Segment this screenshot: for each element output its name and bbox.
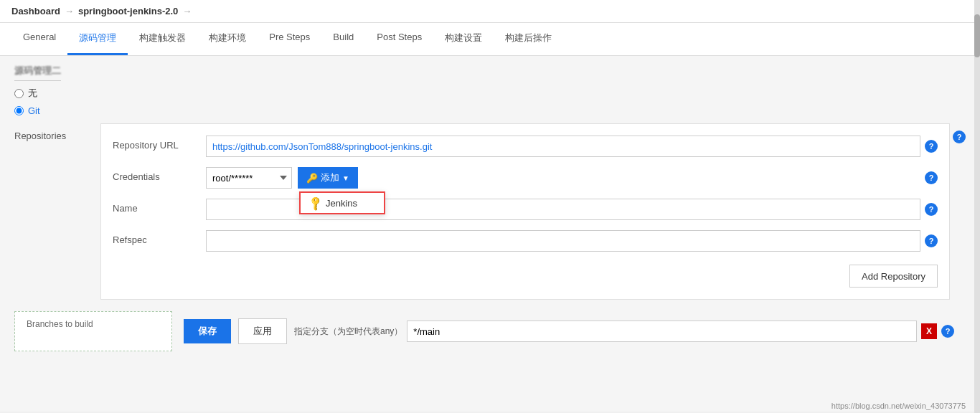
key-icon: 🔑 xyxy=(307,194,324,211)
save-button[interactable]: 保存 xyxy=(184,319,231,343)
jenkins-label: Jenkins xyxy=(326,198,357,209)
refspec-control xyxy=(206,230,920,252)
repositories-label: Repositories xyxy=(14,123,100,300)
corner-url: https://blog.csdn.net/weixin_43073775 xyxy=(831,402,966,410)
repo-content: Repository URL ? Credentials xyxy=(100,123,950,300)
tab-source[interactable]: 源码管理 xyxy=(67,23,128,55)
apply-button[interactable]: 应用 xyxy=(238,318,287,344)
credentials-help: ? xyxy=(920,167,938,184)
radio-none[interactable] xyxy=(14,89,24,98)
branch-label: 指定分支（为空时代表any） xyxy=(294,326,402,338)
refspec-help-icon[interactable]: ? xyxy=(925,234,938,247)
credentials-select[interactable]: root/****** xyxy=(206,167,292,189)
radio-group: 无 Git xyxy=(14,87,966,116)
outer-help-wrap: ? xyxy=(950,123,966,143)
name-help-icon[interactable]: ? xyxy=(925,203,938,216)
name-label: Name xyxy=(113,199,206,214)
repo-url-row: Repository URL ? xyxy=(113,136,938,157)
scrollbar[interactable] xyxy=(974,0,980,412)
add-btn-arrow-icon: ▼ xyxy=(342,174,349,182)
tabs-bar: General 源码管理 构建触发器 构建环境 Pre Steps Build … xyxy=(0,23,980,56)
breadcrumb-arrow1: → xyxy=(65,6,74,16)
tab-build[interactable]: Build xyxy=(321,23,365,55)
credentials-help-icon[interactable]: ? xyxy=(925,171,938,184)
tab-settings[interactable]: 构建设置 xyxy=(433,23,494,55)
repo-url-input[interactable] xyxy=(206,136,920,157)
credentials-control: root/****** 🔑 添加 ▼ 🔑 xyxy=(206,167,358,189)
breadcrumb-dashboard[interactable]: Dashboard xyxy=(11,6,60,16)
refspec-inner: Refspec xyxy=(113,230,920,252)
radio-git-item: Git xyxy=(14,105,966,116)
radio-git[interactable] xyxy=(14,106,24,115)
branch-remove-button[interactable]: X xyxy=(921,323,937,339)
repo-url-inner: Repository URL xyxy=(113,136,920,157)
repo-url-help: ? xyxy=(920,136,938,153)
add-repo-wrap: Add Repository xyxy=(113,262,938,288)
repo-url-help-icon[interactable]: ? xyxy=(925,140,938,153)
branch-input-wrap: 指定分支（为空时代表any） X ? xyxy=(294,321,954,342)
credentials-row: Credentials root/****** 🔑 添加 ▼ xyxy=(113,167,938,189)
repo-url-control xyxy=(206,136,920,157)
add-repository-button[interactable]: Add Repository xyxy=(849,265,938,288)
tab-env[interactable]: 构建环境 xyxy=(197,23,258,55)
branch-input[interactable] xyxy=(407,321,917,342)
add-icon: 🔑 xyxy=(306,173,318,184)
branches-section: Branches to build xyxy=(14,311,172,351)
tab-general[interactable]: General xyxy=(11,23,67,55)
repo-url-label: Repository URL xyxy=(113,136,206,151)
refspec-input[interactable] xyxy=(206,230,920,252)
name-row: Name ? xyxy=(113,199,938,220)
section-title-text: 源码管理二 xyxy=(14,65,61,76)
tab-postactions[interactable]: 构建后操作 xyxy=(494,23,563,55)
branches-title: Branches to build xyxy=(27,319,160,329)
breadcrumb: Dashboard → springboot-jenkins-2.0 → xyxy=(0,0,980,23)
name-inner: Name xyxy=(113,199,920,220)
refspec-help: ? xyxy=(920,230,938,247)
tab-poststeps[interactable]: Post Steps xyxy=(365,23,433,55)
credentials-dropdown: 🔑 Jenkins xyxy=(299,191,385,214)
credentials-inner: Credentials root/****** 🔑 添加 ▼ xyxy=(113,167,920,189)
repositories-outer: Repositories Repository URL ? xyxy=(14,123,966,311)
repositories-main: Repositories Repository URL ? xyxy=(14,123,950,311)
refspec-row: Refspec ? xyxy=(113,230,938,252)
radio-git-label: Git xyxy=(28,105,40,116)
section-title: 源码管理二 xyxy=(14,65,61,81)
scrollbar-thumb[interactable] xyxy=(974,14,980,57)
main-content: 源码管理二 无 Git Repositories Repository URL xyxy=(0,56,980,412)
add-btn-label: 添加 xyxy=(321,171,339,184)
outer-help-icon[interactable]: ? xyxy=(953,130,966,143)
bottom-actions: 保存 应用 指定分支（为空时代表any） X ? xyxy=(172,311,966,351)
breadcrumb-arrow2: → xyxy=(182,6,192,16)
branch-help-icon[interactable]: ? xyxy=(941,325,954,338)
repositories-section: Repositories Repository URL ? xyxy=(14,123,950,300)
add-credentials-button[interactable]: 🔑 添加 ▼ xyxy=(298,167,358,189)
radio-none-label: 无 xyxy=(28,87,37,100)
name-help: ? xyxy=(920,199,938,216)
refspec-label: Refspec xyxy=(113,230,206,245)
bottom-section: Branches to build 保存 应用 指定分支（为空时代表any） X… xyxy=(14,311,966,351)
credentials-label: Credentials xyxy=(113,167,206,182)
radio-none-item: 无 xyxy=(14,87,966,100)
breadcrumb-project[interactable]: springboot-jenkins-2.0 xyxy=(78,6,178,16)
tab-trigger[interactable]: 构建触发器 xyxy=(128,23,197,55)
jenkins-dropdown-item[interactable]: 🔑 Jenkins xyxy=(301,193,384,213)
tab-presteps[interactable]: Pre Steps xyxy=(258,23,321,55)
